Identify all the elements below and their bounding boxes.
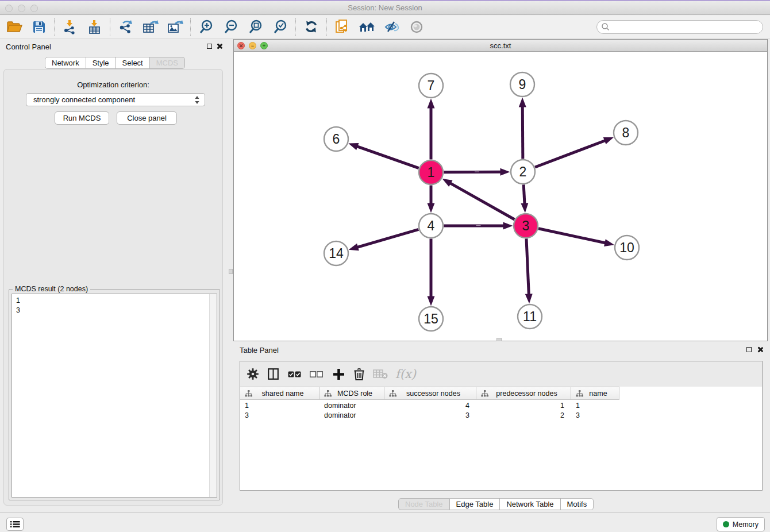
export-image-icon[interactable]: [163, 17, 187, 37]
graph-node-label: 4: [428, 218, 435, 233]
column-header-successor-nodes[interactable]: successor nodes: [384, 387, 476, 399]
edge-3-11[interactable]: [526, 238, 529, 295]
clone-network-icon[interactable]: [330, 17, 355, 37]
show-panels-list-button[interactable]: [6, 518, 24, 531]
column-header-label: successor nodes: [396, 390, 476, 398]
open-file-icon[interactable]: [2, 17, 26, 37]
table-row[interactable]: 3dominator323: [240, 411, 619, 421]
memory-status-icon: [723, 521, 729, 527]
delete-column-trash-icon[interactable]: [354, 365, 364, 383]
column-header-shared-name[interactable]: shared name: [240, 387, 319, 399]
table-cell: 1: [571, 401, 619, 411]
edge-2-8[interactable]: [535, 140, 606, 167]
select-arrows-icon: [195, 96, 199, 104]
tab-style[interactable]: Style: [86, 57, 116, 69]
table-cell: 4: [384, 401, 476, 411]
table-cell: 2: [476, 411, 571, 421]
select-columns-icon[interactable]: [268, 365, 279, 383]
column-type-icon: [245, 390, 252, 397]
close-panel-icon[interactable]: [216, 43, 222, 49]
column-header-predecessor-nodes[interactable]: predecessor nodes: [476, 387, 571, 399]
mcds-result-values: 1 3: [16, 296, 20, 315]
table-panel-title: Table Panel: [240, 346, 279, 354]
function-builder-icon[interactable]: f(x): [395, 365, 416, 383]
unselect-all-columns-icon[interactable]: [310, 365, 323, 383]
edge-arrowhead: [503, 222, 513, 230]
table-settings-gear-icon[interactable]: [247, 365, 259, 383]
zoom-in-icon[interactable]: [194, 17, 218, 37]
column-header-name[interactable]: name: [571, 387, 619, 399]
table-row[interactable]: 1dominator411: [240, 401, 619, 411]
result-scrollbar[interactable]: [209, 294, 217, 497]
criterion-value: strongly connected component: [33, 95, 135, 104]
zoom-selected-icon[interactable]: [268, 17, 292, 37]
edge-3-10[interactable]: [538, 229, 606, 244]
import-network-file-icon[interactable]: [57, 17, 82, 37]
network-graph-canvas[interactable]: 7968124314101511: [234, 52, 767, 341]
network-view-titlebar[interactable]: ✕ − + scc.txt: [234, 40, 767, 52]
delete-table-icon[interactable]: [373, 365, 388, 383]
float-panel-icon[interactable]: [207, 44, 212, 49]
control-panel-header: Control Panel: [0, 39, 226, 54]
table-panel: Table Panel: [233, 341, 770, 512]
import-table-file-icon[interactable]: [82, 17, 107, 37]
optimization-criterion-label: Optimization criterion:: [4, 80, 222, 89]
edge-arrowhead: [604, 239, 614, 246]
column-type-icon: [576, 390, 583, 397]
edge-2-9[interactable]: [522, 105, 523, 159]
mcds-panel: Optimization criterion: strongly connect…: [3, 69, 223, 506]
float-table-panel-icon[interactable]: [746, 347, 752, 352]
edge-arrowhead: [442, 179, 453, 187]
close-table-panel-icon[interactable]: [757, 346, 763, 353]
tab-edge-table[interactable]: Edge Table: [450, 498, 500, 510]
edge-4-14[interactable]: [356, 229, 418, 248]
hide-graphics-icon[interactable]: [379, 17, 404, 37]
tab-network-table[interactable]: Network Table: [500, 498, 560, 510]
toolbar-separator: [110, 18, 110, 36]
search-box[interactable]: [596, 20, 763, 34]
criterion-select[interactable]: strongly connected component: [26, 93, 205, 106]
new-network-icon[interactable]: [113, 17, 138, 37]
list-icon: [10, 521, 20, 528]
zoom-out-icon[interactable]: [218, 17, 243, 37]
table-cell: 1: [476, 401, 571, 411]
mcds-result-list[interactable]: 1 3: [11, 294, 217, 498]
refresh-icon[interactable]: [299, 17, 324, 37]
tab-network[interactable]: Network: [45, 57, 86, 69]
column-header-label: MCDS role: [332, 390, 384, 398]
edge-2-3[interactable]: [523, 184, 525, 205]
edge-1-2[interactable]: [444, 172, 502, 172]
graph-node-label: 14: [329, 246, 344, 261]
toolbar-separator: [54, 18, 55, 36]
toolbar-separator: [295, 18, 296, 36]
search-icon: [601, 22, 610, 31]
export-table-icon[interactable]: [138, 17, 163, 37]
edge-1-6[interactable]: [356, 146, 418, 168]
table-cell: 3: [384, 411, 476, 421]
graph-node-label: 3: [522, 218, 530, 233]
save-session-icon[interactable]: [26, 17, 51, 37]
edge-arrowhead: [428, 296, 435, 306]
titlebar: Session: New Session: [0, 1, 770, 15]
toolbar-separator: [326, 18, 327, 36]
column-header-MCDS-role[interactable]: MCDS role: [319, 387, 384, 399]
memory-button[interactable]: Memory: [717, 517, 765, 531]
select-all-columns-icon[interactable]: [288, 365, 301, 383]
column-header-label: shared name: [252, 390, 319, 398]
tab-node-table[interactable]: Node Table: [398, 498, 450, 510]
show-graphics-icon[interactable]: [404, 17, 429, 37]
edge-arrowhead: [349, 244, 359, 250]
column-header-label: predecessor nodes: [488, 390, 571, 398]
tab-mcds[interactable]: MCDS: [150, 57, 185, 69]
home-neighbors-icon[interactable]: [355, 17, 379, 37]
edge-3-1[interactable]: [449, 183, 515, 219]
search-input[interactable]: [610, 21, 763, 33]
tab-motifs[interactable]: Motifs: [561, 498, 594, 510]
run-mcds-button[interactable]: Run MCDS: [55, 111, 109, 125]
zoom-fit-icon[interactable]: [243, 17, 268, 37]
close-panel-button[interactable]: Close panel: [117, 111, 177, 125]
vertical-splitter-handle[interactable]: [229, 269, 233, 274]
tab-select[interactable]: Select: [116, 57, 150, 69]
table-cell: 3: [240, 411, 319, 421]
create-column-plus-icon[interactable]: [333, 365, 345, 383]
